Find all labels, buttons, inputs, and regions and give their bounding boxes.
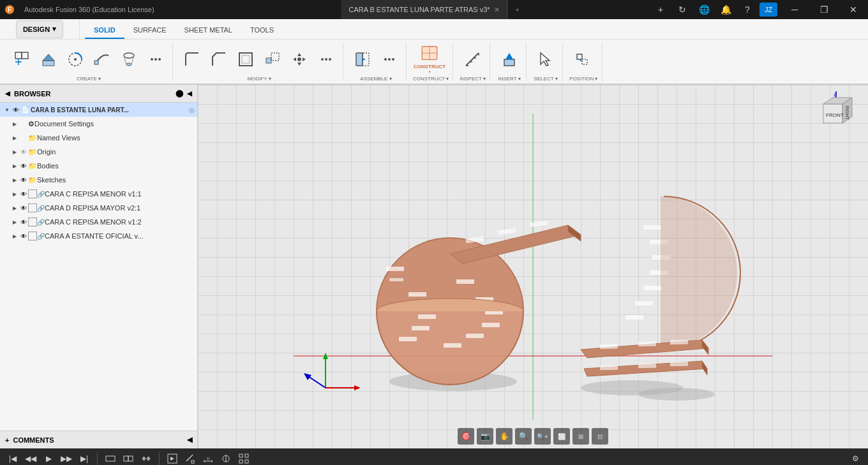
measure-tool[interactable] [460,43,485,76]
vp-tool-3[interactable]: ✋ [496,428,513,445]
viewcube[interactable]: Z FRONT RIGHT [811,91,862,142]
bell-icon[interactable]: 🔔 [716,0,735,19]
revolve-tool[interactable] [63,43,88,76]
comp4-eye-icon[interactable]: 👁 [19,232,28,240]
more-create-tool[interactable] [143,43,168,76]
vp-tool-6[interactable]: ⬜ [553,428,570,445]
tab-tools[interactable]: TOOLS [241,22,283,39]
comp3-expand[interactable]: ▶ [10,218,19,226]
back-icon[interactable]: ◀ [5,90,10,97]
comp2-check[interactable] [28,203,37,212]
insert-tool[interactable] [497,43,522,76]
new-component-tool[interactable] [9,43,34,76]
active-tab[interactable]: CARA B ESTANTE LUNA PARTE ATRAS v3* ✕ [341,0,507,19]
shell-tool[interactable] [233,43,258,76]
vp-tool-5[interactable]: 🔍+ [534,428,551,445]
play-tool[interactable]: ▶ [41,451,56,465]
comp3-eye-icon[interactable]: 👁 [19,218,28,226]
tab-surface[interactable]: SURFACE [124,22,176,39]
help-icon[interactable]: ? [738,0,757,19]
root-pin-icon[interactable]: ◎ [189,107,197,114]
step-back-tool[interactable]: |◀ [5,451,20,465]
component-3-item[interactable]: ▶ 👁 🔗 CARA C REPISA MENOR v1:2 [0,215,197,229]
next-frame-tool[interactable]: ▶▶ [59,451,74,465]
comp4-expand[interactable]: ▶ [10,232,19,240]
move-tool[interactable] [287,43,312,76]
motion-tool[interactable] [121,451,136,465]
sketches-folder-icon: 📁 [28,176,37,184]
position-tool[interactable] [569,43,595,76]
pattern-tool[interactable] [236,451,251,465]
prev-frame-tool[interactable]: ◀◀ [23,451,38,465]
step-fwd-tool[interactable]: ▶| [77,451,92,465]
tab-close-icon[interactable]: ✕ [494,6,500,14]
root-expand-arrow[interactable]: ▼ [3,105,11,114]
add-icon[interactable]: + [651,0,670,19]
root-eye-icon[interactable]: 👁 [11,105,20,114]
origin-eye-icon[interactable]: 👁 [19,147,28,156]
svg-text:FRONT: FRONT [826,112,844,118]
component-1-item[interactable]: ▶ 👁 🔗 CARA C REPISA MENOR v1:1 [0,187,197,201]
comp4-check[interactable] [28,232,37,240]
tab-solid[interactable]: SOLID [85,22,124,39]
browser-expand-icon[interactable]: ⬤ [176,89,183,98]
origin-item[interactable]: ▶ 👁 📁 Origin [0,145,197,159]
scale-tool[interactable] [260,43,285,76]
new-tab-button[interactable]: + [508,0,527,19]
minimize-button[interactable]: ─ [780,0,809,19]
named-views-item[interactable]: ▶ 📁 Named Views [0,131,197,145]
doc-settings-item[interactable]: ▶ ⚙ Document Settings [0,117,197,131]
doc-settings-expand[interactable]: ▶ [10,119,19,128]
user-avatar[interactable]: JZ [760,3,777,17]
origin-expand[interactable]: ▶ [10,147,19,156]
named-views-expand[interactable]: ▶ [10,133,19,142]
viewport[interactable]: Z FRONT RIGHT 🎯 📷 ✋ 🔍 🔍+ ⬜ ⊞ ⊟ [198,85,868,448]
more-modify-tool[interactable] [313,43,339,76]
comp1-expand[interactable]: ▶ [10,189,19,198]
loft-tool[interactable] [116,43,142,76]
extrude-tool[interactable] [36,43,61,76]
browser-root-item[interactable]: ▼ 👁 📄 CARA B ESTANTE LUNA PART... ◎ [0,103,197,117]
settings-tool[interactable]: ⚙ [848,451,863,465]
constraint-tool[interactable] [218,451,234,465]
construct-tool[interactable]: CONSTRUCT * [413,43,446,76]
refresh-icon[interactable]: ↻ [673,0,692,19]
timeline-tool[interactable] [138,451,154,465]
maximize-button[interactable]: ❐ [809,0,839,19]
tab-sheet-metal[interactable]: SHEET METAL [176,22,241,39]
keyframe-tool[interactable] [103,451,118,465]
comments-collapse-icon[interactable]: ◀ [187,436,192,444]
sketches-expand[interactable]: ▶ [10,175,19,184]
comp2-eye-icon[interactable]: 👁 [19,203,28,212]
globe-icon[interactable]: 🌐 [694,0,714,19]
joint-tool[interactable] [350,43,375,76]
select-tool[interactable] [533,43,558,76]
workspace-selector[interactable]: DESIGN ▾ [16,20,63,38]
bodies-item[interactable]: ▶ 👁 📁 Bodies [0,159,197,173]
vp-tool-2[interactable]: 📷 [477,428,493,445]
vp-tool-8[interactable]: ⊟ [592,428,608,445]
component-2-item[interactable]: ▶ 👁 🔗 CARA D REPISA MAYOR v2:1 [0,201,197,215]
comp2-expand[interactable]: ▶ [10,203,19,212]
browser-collapse-icon[interactable]: ◀ [187,90,192,97]
more-assemble-tool[interactable] [377,43,402,76]
fillet-tool[interactable] [179,43,205,76]
comp1-check[interactable] [28,189,37,198]
dimension-tool[interactable]: D [200,451,216,465]
chamfer-tool[interactable] [206,43,232,76]
comments-plus-icon[interactable]: + [5,436,9,444]
bodies-eye-icon[interactable]: 👁 [19,161,28,170]
vp-tool-4[interactable]: 🔍 [515,428,532,445]
comp3-check[interactable] [28,218,37,226]
sketch-mode-tool[interactable] [183,451,198,465]
sketches-eye-icon[interactable]: 👁 [19,175,28,184]
comp1-eye-icon[interactable]: 👁 [19,189,28,198]
select-mode-tool[interactable] [165,451,180,465]
bodies-expand[interactable]: ▶ [10,161,19,170]
close-button[interactable]: ✕ [839,0,868,19]
component-4-item[interactable]: ▶ 👁 🔗 CARA A ESTANTE OFICIAL v... [0,229,197,243]
sweep-tool[interactable] [89,43,115,76]
sketches-item[interactable]: ▶ 👁 📁 Sketches [0,173,197,187]
vp-tool-1[interactable]: 🎯 [458,428,474,445]
vp-tool-7[interactable]: ⊞ [572,428,589,445]
